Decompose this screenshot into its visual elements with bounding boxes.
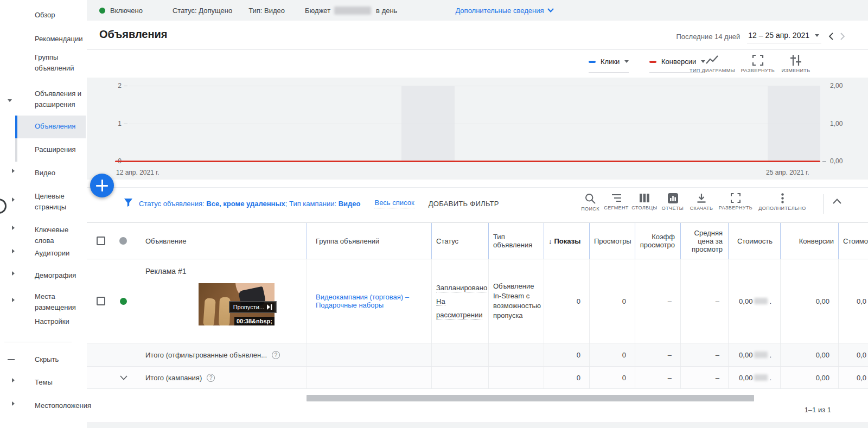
table-toolbar: Статус объявления: Все, кроме удаленных;… xyxy=(87,187,868,222)
filter-status-label: Статус объявления: xyxy=(139,200,205,208)
column-header-avg-cpv[interactable]: Средняя цена за просмотр xyxy=(680,223,728,259)
column-header-ad-type[interactable]: Тип объявления xyxy=(488,223,544,259)
more-button[interactable]: ДОПОЛНИТЕЛЬНО xyxy=(758,193,807,211)
conversions-series-swatch xyxy=(649,61,656,63)
reports-icon xyxy=(668,193,678,203)
sidebar-item-extensions[interactable]: Расширения xyxy=(35,144,84,155)
collapse-table-button[interactable] xyxy=(833,199,841,204)
column-header-impressions-sorted[interactable]: ↓ Показы xyxy=(544,223,589,259)
select-all-checkbox[interactable] xyxy=(97,237,105,245)
sidebar-item-ad-groups[interactable]: Группы объявлений xyxy=(35,52,84,74)
details-link[interactable]: Дополнительные сведения xyxy=(455,7,554,15)
chevron-down-icon xyxy=(8,99,12,102)
chevron-down-icon xyxy=(547,8,554,12)
sidebar-item-ads[interactable]: Объявления xyxy=(35,121,84,132)
totals-campaign-row: Итого (кампания) ? 0 0 – – 0,00. 0,00 0,… xyxy=(87,366,868,389)
ad-type-cell: Объявление In-Stream с возможностью проп… xyxy=(488,259,544,343)
whole-list-link[interactable]: Весь список xyxy=(374,199,414,208)
column-header-ad-group[interactable]: Группа объявлений xyxy=(307,223,431,259)
add-filter-button[interactable]: ДОБАВИТЬ ФИЛЬТР xyxy=(429,200,499,208)
status-scheduled[interactable]: Запланировано xyxy=(436,284,487,292)
sidebar-item-locations[interactable]: Местоположения xyxy=(35,400,84,411)
totals-conversions: 0,00 xyxy=(780,343,838,366)
totals-cost-per-conversion: 0,0 xyxy=(838,343,868,366)
sidebar-active-rail xyxy=(15,116,17,138)
sidebar-item-settings[interactable]: Настройки xyxy=(35,316,84,327)
sliders-icon xyxy=(790,55,802,66)
previous-period-button[interactable] xyxy=(828,33,833,40)
skip-ad-button[interactable]: Пропусти... xyxy=(229,301,277,313)
status-under-review[interactable]: На рассмотрении xyxy=(436,297,482,320)
sidebar-item-hide[interactable]: Скрыть xyxy=(35,354,84,365)
metric-selector-clicks[interactable]: Клики xyxy=(589,58,629,73)
sidebar-item-demographics[interactable]: Демография xyxy=(35,270,84,281)
column-header-cost[interactable]: Стоимость xyxy=(728,223,780,259)
chart-edit-label: ИЗМЕНИТЬ xyxy=(777,68,815,73)
sidebar-sub-rail xyxy=(15,138,17,162)
sidebar-item-keywords[interactable]: Ключевые слова xyxy=(35,225,84,246)
avg-cpv-cell: – xyxy=(680,259,728,343)
help-icon[interactable]: ? xyxy=(272,351,280,359)
next-period-button[interactable] xyxy=(840,33,845,40)
sidebar-item-videos[interactable]: Видео xyxy=(35,168,84,178)
column-header-status[interactable]: Статус xyxy=(431,223,488,259)
enabled-status-icon[interactable] xyxy=(120,298,127,305)
y-axis-tick-right: 2,00 xyxy=(830,82,843,90)
table-expand-button[interactable]: РАЗВЕРНУТЬ xyxy=(717,193,755,210)
tick xyxy=(124,86,127,86)
chevron-right-icon xyxy=(12,249,15,253)
totals-filtered-row: Итого (отфильтрованные объявлен... ? 0 0… xyxy=(87,343,868,366)
campaign-enabled-label: Включено xyxy=(110,7,143,15)
chart-type-button[interactable]: ТИП ДИАГРАММЫ xyxy=(688,55,737,73)
column-header-cost-per-conversion[interactable]: Стоимость xyxy=(838,223,868,259)
chart-edit-button[interactable]: ИЗМЕНИТЬ xyxy=(777,55,815,73)
chart-type-label: ТИП ДИАГРАММЫ xyxy=(688,68,737,73)
sidebar-item-placements[interactable]: Места размещения xyxy=(35,291,84,313)
ad-group-link[interactable]: Видеокампания (торговая) – Подарочные на… xyxy=(316,293,417,309)
tick xyxy=(124,124,127,124)
chart-expand-button[interactable]: РАЗВЕРНУТЬ xyxy=(739,55,777,73)
sidebar-item-overview[interactable]: Обзор xyxy=(35,10,84,21)
sidebar-item-audiences[interactable]: Аудитории xyxy=(35,248,84,259)
conversions-zero-line xyxy=(115,161,820,162)
add-ad-button[interactable] xyxy=(90,174,114,197)
page-header: Объявления Последние 14 дней 12 – 25 апр… xyxy=(87,21,868,50)
pagination-label: 1–1 из 1 xyxy=(805,406,831,414)
tick xyxy=(822,161,826,162)
filter-chip-status[interactable]: Статус объявления: Все, кроме удаленных;… xyxy=(139,200,360,208)
clicks-series-swatch xyxy=(589,61,596,63)
help-icon[interactable]: ? xyxy=(207,374,215,382)
column-header-view-rate[interactable]: Коэфф просмотро xyxy=(635,223,680,259)
applied-filters: Статус объявления: Все, кроме удаленных;… xyxy=(124,199,499,208)
sidebar-item-ads-extensions[interactable]: Объявления и расширения xyxy=(35,88,84,110)
column-header-ad[interactable]: Объявление xyxy=(140,223,307,259)
skip-ad-label: Пропусти... xyxy=(233,304,264,310)
table-row: Реклама #1 Пропусти... 00:38&nbsp; xyxy=(87,259,868,343)
view-rate-cell: – xyxy=(635,259,680,343)
ad-name[interactable]: Реклама #1 xyxy=(145,267,187,276)
horizontal-scrollbar[interactable] xyxy=(307,395,754,401)
segment-icon xyxy=(611,193,622,203)
date-range-picker[interactable]: 12 – 25 апр. 2021 xyxy=(747,29,821,43)
expand-row-chevron[interactable] xyxy=(120,375,127,380)
download-icon xyxy=(697,193,706,203)
campaign-status-bar: Включено Статус: Допущено Тип: Видео Бюд… xyxy=(87,0,868,21)
column-header-conversions[interactable]: Конверсии xyxy=(780,223,838,259)
column-header-views[interactable]: Просмотры xyxy=(589,223,635,259)
filter-status-value: Все, кроме удаленных xyxy=(206,200,285,208)
download-button[interactable]: СКАЧАТЬ xyxy=(682,193,720,211)
campaign-status: Статус: Допущено xyxy=(173,7,232,15)
x-axis-start-label: 12 апр. 2021 г. xyxy=(116,169,159,176)
sidebar-item-topics[interactable]: Темы xyxy=(35,377,84,388)
sidebar-item-landing-pages[interactable]: Целевые страницы xyxy=(35,191,84,213)
video-thumbnail[interactable]: Пропусти... 00:38&nbsp; xyxy=(199,283,275,325)
chart-plot-area: 2 1 0 2,00 1,00 0,00 12 апр. 2021 г. 25 … xyxy=(87,78,868,180)
sort-descending-icon: ↓ xyxy=(548,237,552,245)
chart-expand-label: РАЗВЕРНУТЬ xyxy=(739,68,777,73)
edge-handle[interactable] xyxy=(0,199,7,214)
currency-redacted xyxy=(754,374,768,381)
totals-view-rate: – xyxy=(635,367,680,388)
row-checkbox[interactable] xyxy=(97,297,105,305)
status-filter-icon[interactable] xyxy=(119,237,127,245)
sidebar-item-recommendations[interactable]: Рекомендации xyxy=(35,34,84,44)
